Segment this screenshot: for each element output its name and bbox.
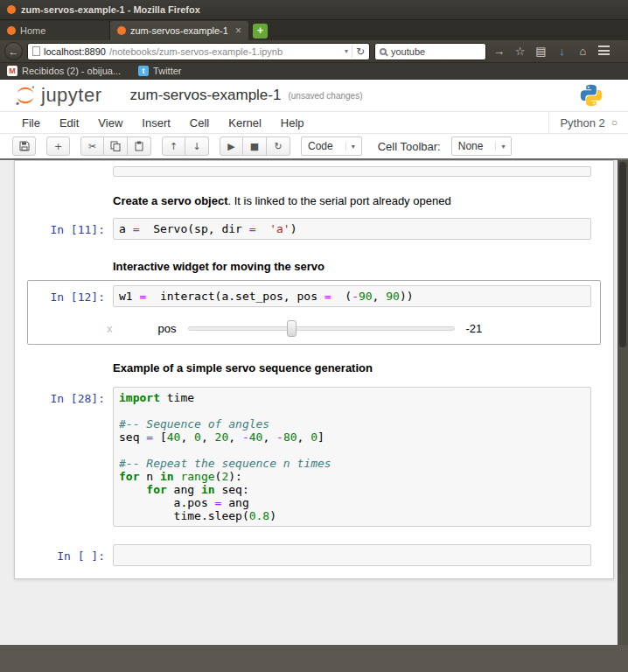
new-tab-button[interactable]: + xyxy=(253,24,268,38)
kernel-name: Python 2 xyxy=(560,116,604,130)
cut-cell-button[interactable]: ✂ xyxy=(80,136,104,156)
markdown-text: Interactive widget for moving the servo xyxy=(113,256,324,274)
bookmark-twitter[interactable]: t Twitter xyxy=(138,66,181,76)
cell-type-select[interactable]: Code ▾ xyxy=(301,136,362,156)
url-bar[interactable]: localhost:8890 /notebooks/zum-servos-exa… xyxy=(27,43,370,60)
menu-file[interactable]: File xyxy=(12,116,50,130)
reload-icon[interactable]: ↻ xyxy=(356,46,365,58)
bookmark-gmail[interactable]: M Recibidos (2) - obijua... xyxy=(7,66,121,76)
back-button[interactable]: ← xyxy=(4,42,23,60)
menu-help[interactable]: Help xyxy=(271,116,314,130)
slider-label: pos xyxy=(158,322,177,335)
cell-prompt xyxy=(32,256,113,274)
bookmark-gmail-label: Recibidos (2) - obijua... xyxy=(22,66,121,76)
cell-prompt xyxy=(32,191,113,208)
jupyter-logo-icon xyxy=(14,84,37,107)
tab-home-label: Home xyxy=(20,25,45,36)
tab-active-notebook[interactable]: zum-servos-example-1 × xyxy=(110,21,248,40)
cell-toolbar-select[interactable]: None ▾ xyxy=(451,136,513,156)
slider-handle[interactable] xyxy=(287,320,297,337)
copy-cell-button[interactable] xyxy=(104,136,128,156)
page-favicon xyxy=(32,46,40,56)
markdown-text: Create a servo object. It is linked to t… xyxy=(113,191,451,208)
menu-view[interactable]: View xyxy=(88,116,132,130)
markdown-cell[interactable]: Example of a simple servo sequence gener… xyxy=(27,355,601,378)
code-input[interactable]: import time #-- Sequence of anglesseq = … xyxy=(113,387,591,527)
kernel-idle-icon: ○ xyxy=(611,116,618,129)
save-icon xyxy=(19,141,30,151)
interrupt-kernel-button[interactable]: ■ xyxy=(243,136,267,156)
chevron-down-icon: ▾ xyxy=(345,143,355,150)
jupyter-logo-text[interactable]: jupyter xyxy=(41,84,102,107)
move-cell-up-button[interactable]: ↑ xyxy=(162,136,185,156)
code-cell-12-selected[interactable]: In [12]: w1 = interact(a.set_pos, pos = … xyxy=(27,280,601,345)
search-value: youtube xyxy=(391,46,425,57)
tab-home[interactable]: Home xyxy=(0,21,110,40)
bookmark-star-icon[interactable]: ☆ xyxy=(512,45,528,58)
menu-cell[interactable]: Cell xyxy=(180,116,219,130)
markdown-cell[interactable]: Create a servo object. It is linked to t… xyxy=(27,188,601,211)
code-cell-28[interactable]: In [28]: import time #-- Sequence of ang… xyxy=(27,382,601,532)
tab-close-icon[interactable]: × xyxy=(235,24,241,37)
move-cell-down-button[interactable]: ↓ xyxy=(185,136,209,156)
downloads-icon[interactable]: ↓ xyxy=(554,45,570,58)
url-dropdown-icon[interactable]: ▾ xyxy=(345,47,348,55)
cell-toolbar-label: Cell Toolbar: xyxy=(378,140,441,153)
window-titlebar: zum-servos-example-1 - Mozilla Firefox xyxy=(0,0,628,20)
bookmark-twitter-label: Twitter xyxy=(153,66,181,76)
home-icon[interactable]: ⌂ xyxy=(575,45,591,58)
window-title: zum-servos-example-1 - Mozilla Firefox xyxy=(21,4,200,15)
cell-prompt: In [28]: xyxy=(32,387,113,527)
run-cell-button[interactable]: ▶ xyxy=(220,136,243,156)
cell-prompt xyxy=(32,358,113,375)
cell-prompt xyxy=(32,166,113,177)
scrollbar-thumb[interactable] xyxy=(619,162,626,347)
add-cell-button[interactable]: + xyxy=(46,136,70,156)
cell-prompt: In [12]: xyxy=(32,285,113,307)
code-input[interactable]: a = Servo(sp, dir = 'a') xyxy=(113,218,591,240)
markdown-text: Example of a simple servo sequence gener… xyxy=(113,358,373,375)
bookmarks-bar: M Recibidos (2) - obijua... t Twitter xyxy=(0,63,628,80)
jupyter-favicon xyxy=(7,26,16,35)
slider-value: -21 xyxy=(465,322,482,335)
widget-close-icon[interactable]: x xyxy=(107,322,113,335)
restart-kernel-button[interactable]: ↻ xyxy=(267,136,290,156)
search-input[interactable]: youtube xyxy=(374,43,486,60)
cell-prompt: In [11]: xyxy=(32,218,113,240)
notebook-title[interactable]: zum-servos-example-1 xyxy=(130,87,282,104)
clipped-cell xyxy=(27,165,601,178)
scrollbar-track[interactable] xyxy=(618,160,628,645)
go-arrow-icon[interactable]: → xyxy=(491,45,507,58)
code-input[interactable] xyxy=(113,166,591,177)
jupyter-header: jupyter zum-servos-example-1 (unsaved ch… xyxy=(0,80,628,111)
menu-insert[interactable]: Insert xyxy=(132,116,180,130)
search-icon xyxy=(380,48,387,55)
save-button[interactable] xyxy=(12,136,36,156)
window-icon xyxy=(7,5,16,14)
copy-icon xyxy=(110,141,121,151)
notebook-area: Create a servo object. It is linked to t… xyxy=(0,160,628,645)
navigation-toolbar: ← localhost:8890 /notebooks/zum-servos-e… xyxy=(0,40,628,63)
notebook-toolbar: + ✂ ↑ ↓ ▶ ■ ↻ Code ▾ Cell Toolbar: None xyxy=(0,134,628,160)
url-path: /notebooks/zum-servos-example-1.ipynb xyxy=(109,46,341,57)
tab-bar: Home zum-servos-example-1 × + xyxy=(0,20,628,40)
url-divider xyxy=(352,46,352,58)
tab-active-label: zum-servos-example-1 xyxy=(130,25,228,36)
menu-kernel[interactable]: Kernel xyxy=(219,116,271,130)
code-input[interactable]: w1 = interact(a.set_pos, pos = (-90, 90)… xyxy=(113,285,591,307)
markdown-cell[interactable]: Interactive widget for moving the servo xyxy=(27,254,601,276)
desktop-background xyxy=(0,645,628,672)
menu-hamburger-icon[interactable] xyxy=(596,45,612,58)
code-input[interactable] xyxy=(113,544,591,566)
paste-cell-button[interactable] xyxy=(128,136,151,156)
widget-output: x pos -21 xyxy=(28,312,600,344)
pos-slider[interactable] xyxy=(188,326,455,331)
cell-prompt: In [ ]: xyxy=(32,544,113,566)
menu-edit[interactable]: Edit xyxy=(50,116,88,130)
empty-code-cell[interactable]: In [ ]: xyxy=(27,539,601,571)
paste-icon xyxy=(134,141,144,151)
python-logo-icon xyxy=(579,83,604,108)
url-host: localhost:8890 xyxy=(44,46,106,57)
bookmarks-menu-icon[interactable]: ▤ xyxy=(533,45,549,58)
code-cell-11[interactable]: In [11]: a = Servo(sp, dir = 'a') xyxy=(27,213,601,245)
